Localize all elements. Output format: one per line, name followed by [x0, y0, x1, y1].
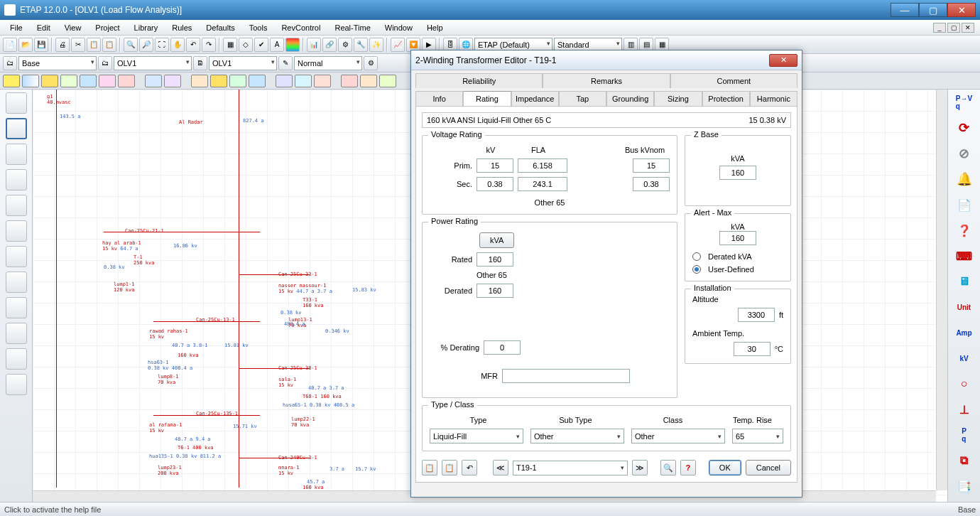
color-icon[interactable] — [285, 38, 300, 52]
derated-input[interactable] — [477, 284, 513, 298]
tab-tap[interactable]: Tap — [559, 91, 606, 106]
grp-star[interactable] — [145, 75, 162, 87]
mdi-close[interactable]: ✕ — [962, 23, 974, 33]
grp-cable2[interactable] — [295, 75, 312, 87]
grp-gnd2[interactable] — [360, 75, 377, 87]
prim-bus-input[interactable] — [633, 158, 670, 173]
cap-icon[interactable]: ⊥ — [954, 399, 975, 419]
id-select[interactable]: T19-1 — [513, 461, 628, 475]
sec-fla-input[interactable] — [518, 177, 567, 191]
report2-icon[interactable]: 📑 — [954, 476, 975, 496]
stack-icon[interactable]: ⧉ — [954, 451, 975, 471]
menu-revcontrol[interactable]: RevControl — [274, 22, 327, 33]
dialog-close-button[interactable]: ✕ — [769, 54, 797, 67]
menu-realtime[interactable]: Real-Time — [327, 22, 377, 33]
menu-help[interactable]: Help — [420, 22, 450, 33]
menu-library[interactable]: Library — [127, 22, 165, 33]
zoom-out-icon[interactable]: 🔎 — [139, 38, 153, 52]
alert-icon[interactable]: 🔔 — [954, 169, 975, 189]
copy-icon[interactable]: 📋 — [422, 460, 437, 475]
cube-icon[interactable] — [6, 220, 27, 242]
pan-icon[interactable]: ✋ — [170, 38, 185, 52]
kv-btn[interactable]: kV — [954, 348, 975, 368]
snap-icon[interactable]: ◇ — [239, 38, 253, 52]
monitor-icon[interactable]: 🖥 — [954, 272, 975, 291]
tab-info[interactable]: Info — [415, 91, 463, 106]
pv-icon[interactable]: P→Vq — [954, 92, 975, 112]
prim-kv-input[interactable] — [477, 158, 513, 173]
zoom-fit-icon[interactable]: ⛶ — [155, 38, 169, 52]
pct-input[interactable] — [484, 340, 521, 355]
wand-icon[interactable]: ✨ — [369, 38, 383, 52]
zbase-kva-input[interactable] — [719, 166, 756, 180]
grp-network[interactable] — [22, 75, 39, 87]
olv1-combo[interactable]: OLV1 — [114, 56, 192, 70]
mode-combo[interactable]: Normal — [294, 56, 362, 70]
tool-icon[interactable]: ⚙ — [338, 38, 352, 52]
tab-grounding[interactable]: Grounding — [606, 91, 654, 106]
cut-icon[interactable]: ✂ — [71, 38, 85, 52]
source-icon[interactable] — [6, 195, 27, 216]
tab-rating[interactable]: Rating — [463, 91, 511, 106]
open-icon[interactable]: 📂 — [18, 38, 33, 52]
temp-select[interactable]: 65 — [732, 429, 783, 444]
sec-bus-input[interactable] — [633, 177, 670, 191]
alert-kva-input[interactable] — [719, 231, 756, 245]
grp-cable[interactable] — [276, 75, 293, 87]
mdi-restore[interactable]: ▢ — [947, 23, 960, 33]
amp-btn[interactable]: Amp — [954, 323, 975, 343]
grp-gnd3[interactable] — [379, 75, 396, 87]
grp-opt4[interactable] — [249, 75, 266, 87]
recycle-icon[interactable] — [6, 374, 27, 395]
node-icon[interactable]: ○ — [954, 374, 975, 394]
redo-icon[interactable]: ↷ — [202, 38, 216, 52]
find-icon[interactable]: 🔍 — [660, 460, 676, 475]
base-combo[interactable]: Base — [18, 56, 97, 70]
close-button[interactable]: ✕ — [947, 3, 976, 17]
grp-ts[interactable] — [118, 75, 135, 87]
grp-sc2[interactable] — [60, 75, 77, 87]
calc-icon[interactable]: 📊 — [307, 38, 321, 52]
grid-icon[interactable]: ▦ — [223, 38, 237, 52]
radio-derated[interactable] — [692, 252, 701, 261]
canvas-scroll-v[interactable] — [936, 90, 947, 490]
grp-arc[interactable] — [164, 75, 181, 87]
minimize-button[interactable]: — — [891, 3, 919, 17]
class-select[interactable]: Other — [631, 429, 725, 444]
sec-kv-input[interactable] — [477, 177, 513, 191]
refresh-icon[interactable]: ⟳ — [954, 118, 975, 138]
tab-remarks[interactable]: Remarks — [543, 73, 670, 88]
grp-motor[interactable] — [80, 75, 97, 87]
grp-sc[interactable] — [41, 75, 58, 87]
presentation-icon[interactable]: 🗂 — [3, 56, 17, 70]
altitude-input[interactable] — [738, 308, 775, 322]
print-icon[interactable]: 🖨 — [55, 38, 70, 52]
nav-prev-button[interactable]: ≪ — [493, 460, 508, 475]
cancel-button[interactable]: Cancel — [746, 460, 791, 475]
new-icon[interactable]: 📄 — [3, 38, 17, 52]
menu-view[interactable]: View — [58, 22, 89, 33]
ambient-input[interactable] — [734, 342, 771, 356]
menu-rules[interactable]: Rules — [165, 22, 199, 33]
link-icon[interactable]: 🔗 — [322, 38, 337, 52]
grp-yellow[interactable] — [3, 75, 20, 87]
config-icon[interactable]: ⚙ — [364, 56, 378, 70]
kva-button[interactable]: kVA — [479, 232, 514, 248]
check-icon[interactable]: ✔ — [254, 38, 268, 52]
chart-icon[interactable] — [6, 297, 27, 318]
zoom-in-icon[interactable]: 🔍 — [124, 38, 138, 52]
undo-icon[interactable]: ↶ — [186, 38, 200, 52]
help-icon[interactable]: ❓ — [954, 220, 975, 240]
breaker-icon[interactable] — [6, 144, 27, 165]
stop-icon[interactable]: ⊘ — [954, 144, 975, 163]
menu-tools[interactable]: Tools — [242, 22, 275, 33]
cable-icon[interactable] — [6, 246, 27, 267]
dialog-titlebar[interactable]: 2-Winding Transformer Editor - T19-1 ✕ — [411, 50, 802, 70]
mfr-input[interactable] — [502, 369, 630, 383]
unit-btn[interactable]: Unit — [954, 297, 975, 317]
paste-icon[interactable]: 📋 — [102, 38, 116, 52]
font-icon[interactable]: A — [270, 38, 284, 52]
tab-harmonic[interactable]: Harmonic — [750, 91, 797, 106]
menu-edit[interactable]: Edit — [30, 22, 58, 33]
rated-input[interactable] — [477, 252, 513, 267]
